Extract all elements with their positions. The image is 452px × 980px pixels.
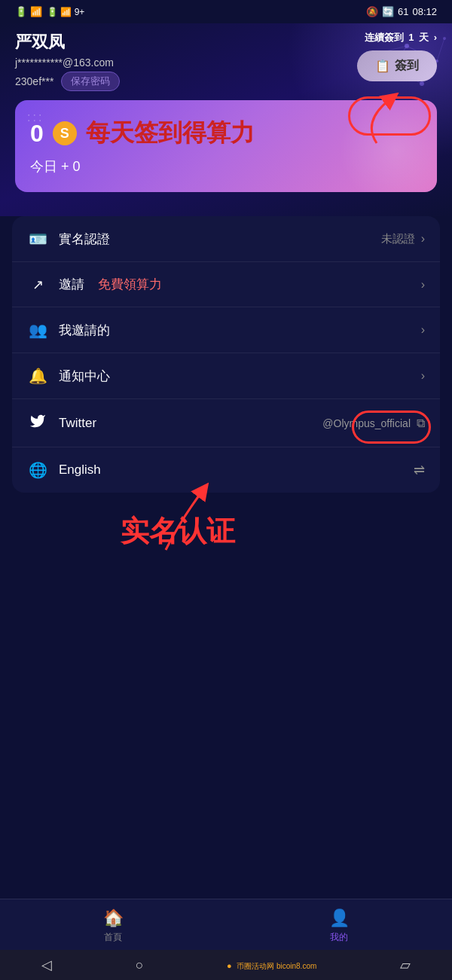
recents-button[interactable]: ▱ <box>400 957 411 973</box>
banner-glow <box>339 100 437 192</box>
chevron-icon: › <box>421 323 425 337</box>
streak-chevron: › <box>434 32 437 43</box>
twitter-handle: @Olympus_official <box>322 417 411 429</box>
username: 严双凤 <box>15 31 120 53</box>
streak-label: 连續簽到 <box>365 32 404 43</box>
svg-point-5 <box>443 37 446 40</box>
page-wrapper: 🔋 📶 🔋 📶 9+ 🔕 🔄 61 🔕 🔄 61 08:12 08:12 <box>0 0 452 595</box>
battery-level: 61 <box>398 6 408 17</box>
sync-icon: 🔄 <box>382 6 394 17</box>
menu-item-notifications-label: 通知中心 <box>59 368 110 385</box>
chevron-icon: › <box>421 232 425 246</box>
mute-icon: 🔕 <box>366 6 378 17</box>
bell-icon: 🔔 <box>27 367 48 385</box>
checkin-label: 簽到 <box>395 58 419 74</box>
wallet-address: 230ef*** <box>15 75 53 87</box>
profile-right: 连續簽到 1 天 › 📋 簽到 <box>357 31 437 81</box>
menu-item-notifications[interactable]: 🔔 通知中心 › <box>12 353 440 399</box>
back-button[interactable]: ◁ <box>41 957 52 973</box>
home-button[interactable]: ○ <box>136 957 144 973</box>
menu-item-invite-right: › <box>421 278 425 292</box>
twitter-icon <box>27 413 48 433</box>
id-card-icon: 🪪 <box>27 230 48 248</box>
chevron-icon: › <box>421 369 425 383</box>
hero-section: 严双凤 j***********@163.com 230ef*** 保存密码 连… <box>0 23 452 216</box>
users-icon: 👥 <box>27 321 48 339</box>
menu-section: 🪪 實名認證 未認證 › ↗ 邀請 免費領算力 › <box>12 216 440 493</box>
notification-badge: 🔋 📶 9+ <box>47 7 84 17</box>
coin-symbol: S <box>60 126 69 142</box>
switch-icon: ⇌ <box>414 462 425 478</box>
coin-count: 0 <box>30 120 44 148</box>
nav-home[interactable]: 🏠 首頁 <box>0 899 226 950</box>
nav-mine[interactable]: 👤 我的 <box>226 899 452 950</box>
checkin-icon: 📋 <box>375 59 390 73</box>
share-icon: ↗ <box>27 276 48 293</box>
menu-item-language-right: ⇌ <box>414 462 425 478</box>
bottom-nav: 🏠 首頁 👤 我的 <box>0 899 452 950</box>
menu-item-real-name[interactable]: 🪪 實名認證 未認證 › <box>12 216 440 262</box>
menu-item-notifications-right: › <box>421 369 425 383</box>
chevron-icon: › <box>421 278 425 292</box>
menu-item-my-invites-label: 我邀請的 <box>59 322 110 339</box>
bottom-spacer <box>0 505 452 595</box>
streak-unit: 天 <box>419 32 429 43</box>
nav-mine-label: 我的 <box>330 931 348 944</box>
streak-info: 连續簽到 1 天 › <box>365 31 437 44</box>
menu-item-invite-highlight: 免費領算力 <box>98 276 162 293</box>
wifi-icon: 📶 <box>30 6 42 17</box>
coin-icon: S <box>53 121 77 145</box>
menu-item-invite-label: 邀請 <box>59 276 84 293</box>
globe-icon: 🌐 <box>27 461 48 479</box>
menu-item-invite[interactable]: ↗ 邀請 免費領算力 › <box>12 262 440 307</box>
menu-item-real-name-label: 實名認證 <box>59 230 110 248</box>
streak-days: 1 <box>408 32 414 43</box>
wallet-row: 230ef*** 保存密码 <box>15 72 120 91</box>
menu-item-language[interactable]: 🌐 English ⇌ <box>12 447 440 493</box>
user-icon: 👤 <box>329 908 350 928</box>
home-icon: 🏠 <box>103 908 124 928</box>
status-left: 🔋 📶 🔋 📶 9+ <box>15 6 84 17</box>
watermark: 币圈活动网 bicoin8.com <box>237 962 316 970</box>
menu-item-twitter-label: Twitter <box>59 416 96 431</box>
menu-item-real-name-left: 🪪 實名認證 <box>27 230 110 248</box>
unverified-badge: 未認證 <box>381 232 415 246</box>
menu-item-language-left: 🌐 English <box>27 461 101 479</box>
menu-item-twitter-left: Twitter <box>27 413 96 433</box>
menu-item-twitter-right: @Olympus_official ⧉ <box>322 417 425 430</box>
email: j***********@163.com <box>15 56 120 69</box>
save-password-button[interactable]: 保存密码 <box>61 72 120 91</box>
status-bar: 🔋 📶 🔋 📶 9+ 🔕 🔄 61 🔕 🔄 61 08:12 08:12 <box>0 0 452 23</box>
menu-item-language-label: English <box>59 463 101 478</box>
clock: 08:12 <box>412 6 437 17</box>
copy-icon[interactable]: ⧉ <box>417 417 425 430</box>
menu-item-notifications-left: 🔔 通知中心 <box>27 367 110 385</box>
checkin-button[interactable]: 📋 簽到 <box>357 50 437 81</box>
system-bar: ◁ ○ ● 币圈活动网 bicoin8.com ▱ <box>0 950 452 980</box>
battery-icon: 🔋 <box>15 6 27 17</box>
menu-item-invite-left: ↗ 邀請 免費領算力 <box>27 276 162 293</box>
banner-card: 0 S 每天签到得算力 今日 + 0 <box>15 100 437 192</box>
svg-line-11 <box>437 38 444 61</box>
profile-row: 严双凤 j***********@163.com 230ef*** 保存密码 连… <box>15 31 437 91</box>
watermark-container: ● 币圈活动网 bicoin8.com <box>227 958 316 972</box>
nav-home-label: 首頁 <box>104 931 122 944</box>
menu-item-my-invites-left: 👥 我邀請的 <box>27 321 110 339</box>
menu-item-my-invites-right: › <box>421 323 425 337</box>
menu-item-twitter[interactable]: Twitter @Olympus_official ⧉ <box>12 399 440 447</box>
menu-item-real-name-right: 未認證 › <box>381 232 425 246</box>
status-right: 🔕 🔄 61 🔕 🔄 61 08:12 08:12 <box>366 6 437 17</box>
profile-left: 严双凤 j***********@163.com 230ef*** 保存密码 <box>15 31 120 91</box>
coin-logo: ● <box>227 961 232 970</box>
banner-title: 每天签到得算力 <box>86 117 255 150</box>
menu-item-my-invites[interactable]: 👥 我邀請的 › <box>12 307 440 353</box>
